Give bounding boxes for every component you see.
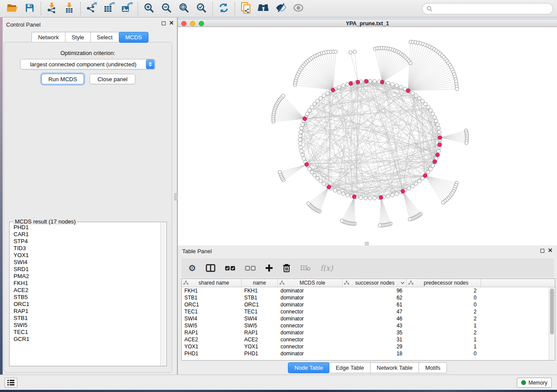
- run-mcds-button[interactable]: Run MCDS: [42, 74, 84, 84]
- table-scrollbar-thumb[interactable]: [550, 289, 554, 334]
- column-header-shared-name[interactable]: shared name: [182, 279, 242, 287]
- table-cell: [481, 294, 549, 301]
- mcds-result-item[interactable]: YOX1: [10, 252, 161, 259]
- table-row[interactable]: ACE2ACE2connector311: [182, 336, 549, 343]
- table-mode-gear-icon[interactable]: ⚙: [188, 264, 196, 272]
- toolbar-search[interactable]: [422, 3, 553, 14]
- export-image-icon: [121, 2, 133, 15]
- mcds-result-item[interactable]: STB1: [10, 315, 161, 322]
- column-header-successor-nodes[interactable]: successor nodes: [343, 279, 407, 287]
- column-header-name[interactable]: name: [242, 279, 278, 287]
- add-column-plus-icon[interactable]: [265, 264, 273, 272]
- table-cell: 31: [343, 336, 407, 343]
- export-image-button[interactable]: [118, 2, 135, 16]
- deselect-all-checkbox-icon[interactable]: [245, 266, 256, 271]
- delete-column-trash-icon[interactable]: [283, 264, 291, 272]
- tab-edge-table[interactable]: Edge Table: [329, 362, 370, 373]
- table-cell: 96: [343, 287, 407, 294]
- mcds-result-item[interactable]: RAP1: [10, 308, 161, 315]
- column-header-filler: [481, 279, 555, 287]
- mcds-result-item[interactable]: ACE2: [10, 287, 161, 294]
- mcds-result-item[interactable]: PMA2: [10, 273, 161, 280]
- search-binoculars-button[interactable]: [255, 2, 272, 16]
- zoom-selected-button[interactable]: [193, 2, 210, 16]
- table-cell: RAP1: [182, 329, 242, 336]
- table-row[interactable]: YOX1YOX1connector291: [182, 343, 549, 350]
- mcds-result-item[interactable]: SRD1: [10, 266, 161, 273]
- memory-button[interactable]: Memory: [517, 378, 552, 388]
- network-view-resize-handle[interactable]: [365, 242, 369, 245]
- mcds-result-item[interactable]: TEC1: [10, 329, 161, 336]
- table-row[interactable]: RAP1RAP1dominator352: [182, 329, 549, 336]
- refresh-button[interactable]: [215, 2, 232, 16]
- mcds-result-item[interactable]: PHD1: [10, 224, 161, 231]
- import-table-button[interactable]: [61, 2, 78, 16]
- mcds-result-item[interactable]: GCR1: [10, 336, 161, 343]
- zoom-out-button[interactable]: [158, 2, 175, 16]
- table-row[interactable]: FKH1FKH1dominator962: [182, 287, 549, 294]
- binoculars-icon: [257, 3, 270, 14]
- tab-mcds[interactable]: MCDS: [119, 32, 149, 43]
- close-panel-icon[interactable]: ✕: [169, 21, 174, 25]
- table-cell: 62: [343, 294, 407, 301]
- tab-node-table[interactable]: Node Table: [288, 362, 330, 373]
- mcds-result-item[interactable]: FKH1: [10, 280, 161, 287]
- show-columns-icon[interactable]: [206, 264, 215, 272]
- mcds-list-scrollbar[interactable]: [160, 223, 166, 366]
- table-cell: [481, 315, 549, 322]
- table-row[interactable]: TEC1TEC1connector472: [182, 308, 549, 315]
- table-row[interactable]: SWI4SWI4dominator462: [182, 315, 549, 322]
- export-network-button[interactable]: [83, 2, 100, 16]
- zoom-in-button[interactable]: [140, 2, 158, 16]
- zoom-fit-button[interactable]: [175, 2, 193, 16]
- export-table-button[interactable]: [100, 2, 118, 16]
- close-table-panel-icon[interactable]: ✕: [548, 248, 553, 253]
- table-scrollbar[interactable]: [549, 287, 555, 360]
- network-window: YPA_prune.txt_1: [178, 17, 557, 245]
- save-session-button[interactable]: [21, 2, 38, 16]
- mcds-panel-body: Optimization criterion: largest connecte…: [3, 42, 172, 373]
- export-network-icon: [86, 2, 98, 15]
- mcds-result-item[interactable]: ORC1: [10, 301, 161, 308]
- tab-motifs[interactable]: Motifs: [419, 362, 447, 373]
- tab-select[interactable]: Select: [90, 32, 119, 43]
- tab-network-table[interactable]: Network Table: [370, 362, 419, 373]
- table-row[interactable]: ORC1ORC1dominator610: [182, 301, 549, 308]
- criterion-dropdown[interactable]: largest connected component (undirected): [20, 59, 156, 69]
- close-panel-button[interactable]: Close panel: [90, 74, 135, 84]
- splitter-grip[interactable]: [174, 193, 178, 200]
- optimization-criterion-label: Optimization criterion:: [4, 50, 172, 56]
- task-history-button[interactable]: [4, 378, 17, 388]
- table-cell: [481, 301, 549, 308]
- column-header-predecessor-nodes[interactable]: predecessor nodes: [407, 279, 481, 287]
- table-row[interactable]: STB1STB1dominator620: [182, 294, 549, 301]
- network-view-canvas[interactable]: [178, 27, 557, 245]
- zoom-out-icon: [161, 2, 172, 15]
- mcds-result-item[interactable]: STP4: [10, 238, 161, 245]
- node-table-rows: FKH1FKH1dominator962STB1STB1dominator620…: [182, 287, 549, 360]
- table-row[interactable]: PHD1PHD1dominator180: [182, 350, 549, 357]
- open-file-button[interactable]: [3, 2, 21, 16]
- float-panel-icon[interactable]: [162, 21, 166, 25]
- hide-selected-button[interactable]: [272, 2, 290, 16]
- search-icon: [426, 6, 432, 12]
- column-header-mcds-role[interactable]: MCDS role: [278, 279, 343, 287]
- mcds-result-item[interactable]: CAR1: [10, 231, 161, 238]
- search-input[interactable]: [434, 5, 553, 12]
- mcds-result-item[interactable]: STB5: [10, 294, 161, 301]
- table-cell: PHD1: [242, 350, 278, 357]
- table-cell: TEC1: [182, 308, 242, 315]
- tab-style[interactable]: Style: [65, 32, 91, 43]
- import-network-button[interactable]: [43, 2, 61, 16]
- select-all-checkbox-icon[interactable]: [225, 266, 235, 271]
- mcds-result-item[interactable]: TID3: [10, 245, 161, 252]
- show-all-button[interactable]: [290, 2, 307, 16]
- clone-network-button[interactable]: [237, 2, 255, 16]
- function-builder-fx-icon[interactable]: f(x): [320, 264, 333, 272]
- delete-table-icon[interactable]: [300, 265, 311, 271]
- mcds-result-item[interactable]: SWI5: [10, 322, 161, 329]
- table-row[interactable]: SWI5SWI5connector431: [182, 322, 549, 329]
- float-table-panel-icon[interactable]: [540, 249, 544, 253]
- mcds-result-item[interactable]: SWI4: [10, 259, 161, 266]
- tab-network[interactable]: Network: [31, 32, 66, 43]
